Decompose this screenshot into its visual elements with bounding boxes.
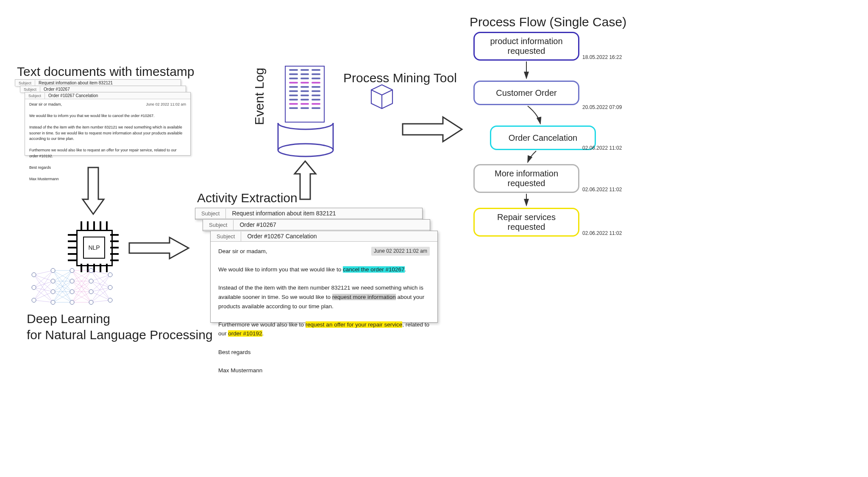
email2-subject: Order #10267: [234, 220, 282, 230]
svg-point-61: [51, 279, 55, 283]
small-email-card-3: Subject Order #10267 Cancelation June 02…: [25, 92, 191, 156]
svg-line-12: [34, 300, 53, 302]
svg-line-49: [91, 281, 110, 287]
arrow-nlp-to-extraction: [127, 235, 191, 261]
svg-point-71: [89, 300, 93, 304]
email1-subject: Request information about item 832121: [226, 208, 342, 218]
event-log-document-icon: [285, 66, 325, 123]
email-header: Subject Order #10267 Cancelation: [211, 231, 437, 242]
title-deep-learning-l2: for Natural Language Processing: [27, 328, 213, 342]
svg-point-62: [51, 290, 55, 294]
small-email-card-2: Subject Order #10267: [20, 86, 186, 92]
highlight-cancel-order: cancel the order #10267: [343, 266, 405, 273]
email3-ts: June 02 2022 11:02 am: [146, 102, 186, 108]
svg-marker-76: [295, 161, 316, 199]
svg-line-8: [34, 287, 53, 302]
email-regards: Best regards: [29, 165, 51, 170]
svg-point-66: [70, 290, 74, 294]
email3-body: June 02 2022 11:02 am Dear sir or madam,…: [25, 99, 190, 184]
nlp-chip-icon: NLP: [68, 221, 119, 272]
subject-label: Subject: [203, 220, 234, 230]
email3-body-highlighted: June 02 2022 11:02 am Dear sir or madam,…: [211, 242, 437, 380]
svg-point-67: [70, 300, 74, 304]
email-header: Subject Request information about item 8…: [195, 208, 422, 219]
svg-line-1: [34, 271, 53, 275]
email-regards: Best regards: [218, 349, 251, 355]
svg-line-56: [91, 300, 110, 302]
title-deep-learning-l1: Deep Learning: [27, 312, 110, 326]
large-email-card-2: Subject Order #10267: [203, 219, 430, 231]
arrow-extraction-to-log: [292, 159, 318, 201]
svg-line-11: [34, 292, 53, 300]
highlight-request-info: request more information: [332, 294, 396, 300]
email3-ts-highlight: June 02 2022 11:02 am: [371, 247, 430, 256]
title-process-mining: Process Mining Tool: [343, 71, 457, 85]
subject-label: Subject: [211, 232, 241, 241]
title-documents: Text documents with timestamp: [17, 64, 195, 79]
svg-marker-80: [403, 117, 462, 142]
svg-line-53: [91, 292, 110, 300]
highlight-repair-offer: request an offer for your repair service: [306, 321, 403, 328]
highlight-order-ref: order #10192: [228, 330, 262, 337]
svg-point-74: [108, 298, 112, 302]
subject-label: Subject: [15, 80, 35, 86]
svg-line-3: [34, 275, 53, 292]
email-greeting: Dear sir or madam,: [29, 102, 62, 106]
large-email-card-1: Subject Request information about item 8…: [195, 208, 423, 220]
svg-line-55: [91, 287, 110, 302]
svg-point-57: [32, 273, 36, 277]
title-event-log: Event Log: [252, 68, 267, 125]
subject-label: Subject: [195, 209, 226, 218]
svg-point-58: [32, 285, 36, 290]
email2-subject: Order #10267: [40, 86, 73, 92]
svg-marker-0: [83, 167, 104, 214]
svg-point-69: [89, 279, 93, 283]
small-email-card-1: Subject Request information about item 8…: [15, 79, 181, 86]
email-header: Subject Order #10267: [203, 220, 430, 230]
svg-line-50: [91, 281, 110, 300]
svg-line-2: [34, 275, 53, 281]
cube-icon: [367, 81, 397, 111]
email1-subject: Request information about item 832121: [35, 80, 116, 86]
svg-point-63: [51, 300, 55, 304]
svg-point-59: [32, 298, 36, 302]
email-header: Subject Order #10267 Cancelation: [25, 92, 190, 99]
svg-point-72: [108, 273, 112, 277]
svg-point-64: [70, 268, 74, 273]
subject-label: Subject: [25, 93, 45, 99]
email-signature: Max Mustermann: [29, 177, 59, 181]
email3-subject: Order #10267 Cancelation: [241, 231, 323, 241]
svg-line-51: [91, 275, 110, 292]
svg-point-65: [70, 279, 74, 283]
email-signature: Max Mustermann: [218, 367, 262, 374]
svg-point-77: [278, 144, 333, 156]
svg-line-6: [34, 281, 53, 287]
svg-line-48: [91, 275, 110, 281]
neural-network-icon: [30, 266, 114, 309]
svg-point-60: [51, 268, 55, 273]
svg-point-73: [108, 285, 112, 290]
email3-subject: Order #10267 Cancelation: [45, 92, 101, 99]
database-cylinder-icon: [276, 115, 335, 158]
large-email-card-3: Subject Order #10267 Cancelation June 02…: [210, 231, 438, 323]
nlp-chip-label: NLP: [83, 237, 105, 259]
diagram-canvas: Text documents with timestamp Subject Re…: [0, 0, 868, 477]
arrow-log-to-flow: [401, 114, 464, 144]
svg-line-45: [91, 271, 110, 275]
svg-point-70: [89, 290, 93, 294]
svg-line-10: [34, 281, 53, 300]
svg-line-9: [34, 271, 53, 300]
flow-connectors: [473, 30, 612, 242]
title-process-flow: Process Flow (Single Case): [470, 15, 626, 29]
email-greeting: Dear sir or madam,: [218, 248, 267, 254]
title-activity-extraction: Activity Extraction: [197, 191, 298, 205]
svg-marker-75: [129, 237, 189, 259]
subject-label: Subject: [20, 86, 40, 92]
arrow-docs-to-nlp: [81, 165, 106, 216]
svg-point-68: [89, 268, 93, 273]
svg-line-47: [91, 271, 110, 300]
